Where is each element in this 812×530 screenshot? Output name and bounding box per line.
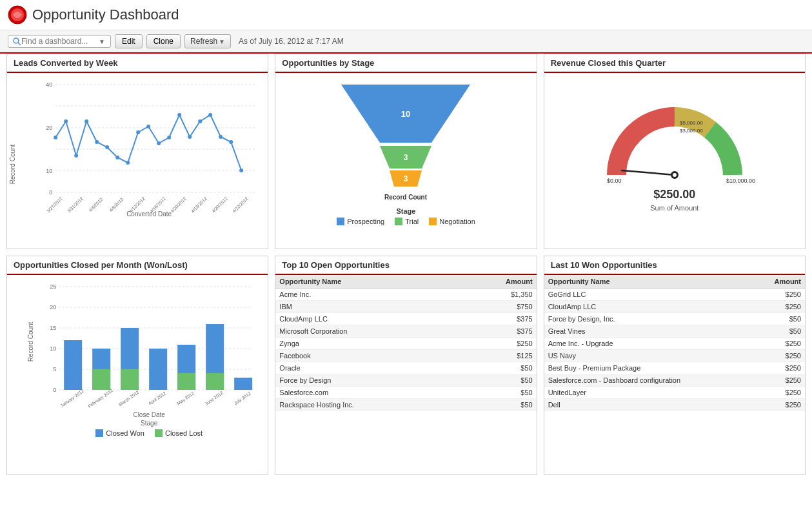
leads-converted-title: Leads Converted by Week [7, 54, 268, 73]
table-row[interactable]: Facebook$125 [275, 350, 536, 362]
opp-amount: $250 [459, 338, 537, 350]
svg-point-14 [54, 136, 57, 139]
svg-text:January 2012: January 2012 [59, 389, 84, 409]
svg-rect-76 [177, 373, 195, 390]
svg-point-25 [167, 136, 171, 139]
page-header: Opportunity Dashboard [0, 0, 812, 30]
negotiation-label: Negotiation [439, 218, 475, 225]
legend-closed-won: Closed Won [95, 429, 144, 437]
opp-name-won: US Navy [544, 350, 753, 362]
opp-name-won: Force by Design, Inc. [544, 313, 753, 325]
svg-text:0: 0 [49, 189, 52, 196]
opp-amount: $50 [459, 387, 537, 399]
bottom-row: Opportunities Closed per Month (Won/Lost… [0, 256, 812, 482]
table-row[interactable]: UnitedLayer$250 [544, 387, 805, 399]
opp-name: IBM [275, 301, 459, 313]
svg-point-32 [239, 168, 243, 172]
funnel-legend: Prospecting Trial Negotiation [337, 218, 475, 225]
opp-amount: $375 [459, 313, 537, 325]
svg-rect-71 [92, 369, 110, 390]
svg-text:15: 15 [50, 325, 56, 331]
opp-amount: $50 [459, 374, 537, 387]
find-dashboard-arrow[interactable]: ▼ [99, 38, 105, 45]
svg-point-56 [673, 173, 677, 177]
table-row[interactable]: Great Vines$50 [544, 325, 805, 338]
prospecting-dot [337, 218, 344, 225]
table-row[interactable]: Zynga$250 [275, 338, 536, 350]
table-row[interactable]: Acme Inc.$1,350 [275, 289, 536, 301]
bar-legend: Closed Won Closed Lost [35, 429, 262, 437]
table-row[interactable]: Salesforce.com - Dashboard configuration… [544, 374, 805, 387]
opp-name-won: UnitedLayer [544, 387, 753, 399]
svg-line-3 [18, 43, 21, 45]
svg-point-18 [95, 140, 99, 144]
trial-label: Trial [405, 218, 419, 225]
table-row[interactable]: Best Buy - Premium Package$250 [544, 362, 805, 374]
opp-amount-won: $250 [753, 399, 805, 411]
svg-text:40: 40 [46, 81, 52, 88]
top-row: Leads Converted by Week Record Count 40 … [0, 54, 812, 256]
opp-name-won: Salesforce.com - Dashboard configuration [544, 374, 753, 387]
revenue-closed-body: $0.00 $10,000.00 $5,000.00 $3,000.00 $25… [544, 73, 805, 223]
edit-button[interactable]: Edit [115, 34, 143, 48]
svg-point-31 [229, 140, 233, 144]
opps-closed-body: Record Count 25 20 15 10 5 0 [7, 275, 268, 474]
svg-rect-79 [234, 378, 252, 390]
col-opp-name-won: Opportunity Name [544, 275, 753, 289]
opp-name: Oracle [275, 362, 459, 374]
table-row[interactable]: Force by Design$50 [275, 374, 536, 387]
table-row[interactable]: Salesforce.com$50 [275, 387, 536, 399]
table-row[interactable]: Oracle$50 [275, 362, 536, 374]
svg-point-16 [74, 154, 78, 158]
opp-name-won: GoGrid LLC [544, 289, 753, 301]
table-row[interactable]: GoGrid LLC$250 [544, 289, 805, 301]
opp-name: Rackspace Hosting Inc. [275, 399, 459, 411]
svg-text:April 2012: April 2012 [148, 391, 167, 407]
find-dashboard-input[interactable] [21, 37, 99, 46]
leads-y-axis-label: Record Count [9, 145, 16, 185]
legend-trial: Trial [395, 218, 419, 225]
refresh-button[interactable]: Refresh ▼ [184, 34, 231, 48]
table-row[interactable]: Microsoft Corporation$375 [275, 325, 536, 338]
col-amount-won: Amount [753, 275, 805, 289]
trial-dot [395, 218, 402, 225]
funnel-svg: 10 3 3 Record Count [322, 78, 490, 207]
svg-text:$0.00: $0.00 [607, 178, 622, 184]
table-row[interactable]: Dell$250 [544, 399, 805, 411]
svg-text:$10,000.00: $10,000.00 [726, 178, 755, 184]
svg-rect-74 [149, 349, 167, 390]
find-dashboard-dropdown[interactable]: ▼ [8, 35, 111, 48]
table-row[interactable]: IBM$750 [275, 301, 536, 313]
clone-button[interactable]: Clone [146, 34, 181, 48]
svg-text:$5,000.00: $5,000.00 [680, 120, 703, 126]
svg-line-54 [622, 170, 675, 175]
table-row[interactable]: US Navy$250 [544, 350, 805, 362]
refresh-dropdown-arrow[interactable]: ▼ [219, 38, 225, 45]
top10-open-table: Opportunity Name Amount Acme Inc.$1,350I… [275, 275, 536, 411]
revenue-closed-title: Revenue Closed this Quarter [544, 54, 805, 73]
leads-converted-body: Record Count 40 20 10 0 [7, 73, 268, 249]
top10-open-title: Top 10 Open Opportunities [275, 256, 536, 275]
closed-lost-dot [155, 429, 163, 437]
opp-name: Zynga [275, 338, 459, 350]
table-row[interactable]: Rackspace Hosting Inc.$50 [275, 399, 536, 411]
table-row[interactable]: CloudAmp LLC$375 [275, 313, 536, 325]
gauge-label: Sum of Amount [650, 204, 698, 212]
bar-chart-svg: 25 20 15 10 5 0 [35, 280, 262, 409]
bar-stage-label: Stage [35, 420, 262, 427]
opp-amount: $750 [459, 301, 537, 313]
opp-name: Force by Design [275, 374, 459, 387]
legend-closed-lost: Closed Lost [155, 429, 203, 437]
table-row[interactable]: Acme Inc. - Upgrade$250 [544, 338, 805, 350]
table-row[interactable]: CloudAmp LLC$250 [544, 301, 805, 313]
svg-text:25: 25 [50, 283, 56, 290]
opp-name: Salesforce.com [275, 387, 459, 399]
opp-amount: $50 [459, 362, 537, 374]
opps-closed-per-month-panel: Opportunities Closed per Month (Won/Lost… [6, 256, 268, 475]
page-title: Opportunity Dashboard [32, 6, 179, 23]
table-row[interactable]: Force by Design, Inc.$50 [544, 313, 805, 325]
leads-chart-svg: 40 20 10 0 [35, 78, 262, 207]
last10-won-table: Opportunity Name Amount GoGrid LLC$250Cl… [544, 275, 805, 411]
timestamp: As of July 16, 2012 at 7:17 AM [239, 37, 344, 46]
svg-point-24 [157, 141, 161, 145]
